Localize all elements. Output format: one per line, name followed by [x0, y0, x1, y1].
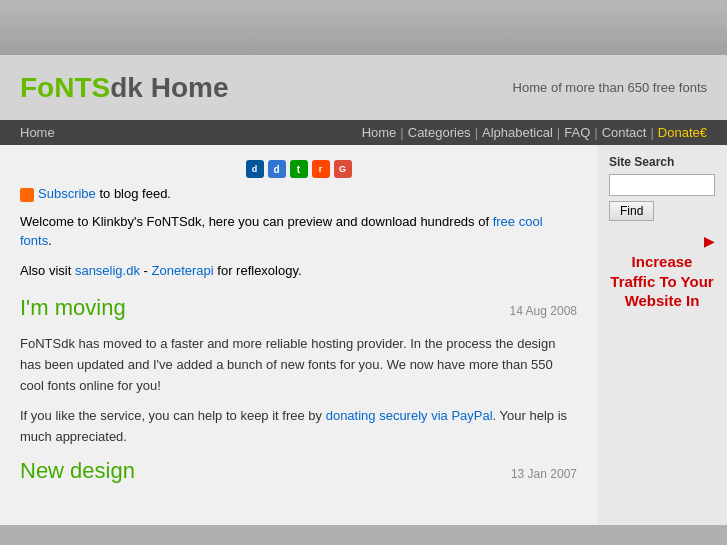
top-bar [0, 0, 727, 55]
subscribe-line: Subscribe to blog feed. [20, 186, 577, 202]
post-title-newdesign: New design [20, 458, 135, 484]
nav-sep-4: | [594, 125, 597, 140]
post-header-newdesign: New design 13 Jan 2007 [20, 458, 577, 489]
nav-home-label: Home [20, 125, 55, 140]
post-newdesign: New design 13 Jan 2007 [20, 458, 577, 489]
ad-text: Increase Traffic To Your Website In [609, 252, 715, 311]
site-tagline: Home of more than 650 free fonts [513, 80, 707, 95]
post-moving: I'm moving 14 Aug 2008 FoNTSdk has moved… [20, 295, 577, 448]
site-title: FoNTSdk Home [20, 72, 228, 104]
ad-strong-text: Increase Traffic To Your Website In [610, 253, 713, 309]
technorati-icon[interactable]: t [290, 160, 308, 178]
nav-sep-5: | [650, 125, 653, 140]
also-visit-sep: - [140, 263, 152, 278]
google-icon[interactable]: G [334, 160, 352, 178]
sidebar: Site Search Find ▶ Increase Traffic To Y… [597, 145, 727, 525]
delicious-icon[interactable]: d [268, 160, 286, 178]
ad-arrow-icon: ▶ [609, 233, 715, 249]
also-visit-before: Also visit [20, 263, 75, 278]
also-visit-after: for reflexology. [214, 263, 302, 278]
post-header-moving: I'm moving 14 Aug 2008 [20, 295, 577, 326]
search-label: Site Search [609, 155, 715, 169]
nav-sep-1: | [400, 125, 403, 140]
nav-sep-2: | [475, 125, 478, 140]
intro-before: Welcome to Klinkby's FoNTSdk, here you c… [20, 214, 493, 229]
title-home: Home [143, 72, 229, 103]
post-title-moving: I'm moving [20, 295, 126, 321]
nav-link-contact[interactable]: Contact [602, 125, 647, 140]
find-button[interactable]: Find [609, 201, 654, 221]
intro-text: Welcome to Klinkby's FoNTSdk, here you c… [20, 212, 577, 251]
search-input[interactable] [609, 174, 715, 196]
ad-section: ▶ Increase Traffic To Your Website In [609, 233, 715, 311]
reddit-icon[interactable]: r [312, 160, 330, 178]
nav-link-home[interactable]: Home [362, 125, 397, 140]
subscribe-link[interactable]: Subscribe [38, 186, 96, 201]
nav-link-donate[interactable]: Donate€ [658, 125, 707, 140]
digg-icon[interactable]: d [246, 160, 264, 178]
nav-links: Home | Categories | Alphabetical | FAQ |… [362, 125, 707, 140]
nav-bar: Home Home | Categories | Alphabetical | … [0, 120, 727, 145]
intro-after: . [48, 233, 52, 248]
nav-link-alphabetical[interactable]: Alphabetical [482, 125, 553, 140]
sanselig-link[interactable]: sanselig.dk [75, 263, 140, 278]
zoneterapi-link[interactable]: Zoneterapi [152, 263, 214, 278]
nav-link-categories[interactable]: Categories [408, 125, 471, 140]
nav-sep-3: | [557, 125, 560, 140]
rss-icon [20, 188, 34, 202]
also-visit: Also visit sanselig.dk - Zoneterapi for … [20, 261, 577, 281]
title-fonts: FoNTS [20, 72, 110, 103]
content-area: d d t r G Subscribe to blog feed. Welcom… [0, 145, 597, 525]
title-dk: dk [110, 72, 143, 103]
post-body-moving-2: If you like the service, you can help to… [20, 406, 577, 448]
subscribe-text: to blog feed. [96, 186, 171, 201]
paypal-link[interactable]: donating securely via PayPal [326, 408, 493, 423]
post-date-moving: 14 Aug 2008 [510, 304, 577, 318]
social-icons: d d t r G [20, 160, 577, 178]
post-date-newdesign: 13 Jan 2007 [511, 467, 577, 481]
header: FoNTSdk Home Home of more than 650 free … [0, 55, 727, 120]
main-wrapper: d d t r G Subscribe to blog feed. Welcom… [0, 145, 727, 525]
nav-link-faq[interactable]: FAQ [564, 125, 590, 140]
post-body-moving-1: FoNTSdk has moved to a faster and more r… [20, 334, 577, 396]
